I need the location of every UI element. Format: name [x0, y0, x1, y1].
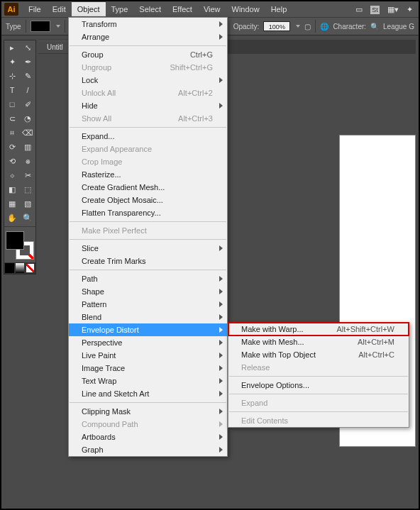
menu-item-label: Edit Contents: [241, 416, 288, 425]
menu-item-perspective[interactable]: Perspective: [69, 336, 227, 349]
tool-25[interactable]: 🔍: [20, 211, 35, 225]
menu-item-blend[interactable]: Blend: [69, 311, 227, 323]
menu-item-rasterize[interactable]: Rasterize...: [69, 168, 227, 181]
menu-item-pattern[interactable]: Pattern: [69, 298, 227, 311]
object-menu: TransformArrangeGroupCtrl+GUngroupShift+…: [68, 17, 228, 457]
tool-10[interactable]: ⊂: [4, 111, 20, 126]
menu-item-text-wrap[interactable]: Text Wrap: [69, 375, 227, 387]
menu-file[interactable]: File: [23, 2, 47, 16]
menu-item-create-trim-marks[interactable]: Create Trim Marks: [69, 255, 227, 267]
menu-item-make-with-mesh[interactable]: Make with Mesh...Alt+Ctrl+M: [228, 336, 409, 348]
tool-7[interactable]: /: [20, 83, 35, 97]
tool-11[interactable]: ◔: [20, 111, 35, 126]
type-label: Type: [6, 23, 21, 31]
menu-help[interactable]: Help: [265, 2, 293, 16]
tool-1[interactable]: ⤡: [20, 40, 35, 55]
menu-shortcut: Alt+Ctrl+C: [344, 350, 394, 359]
menu-item-clipping-mask[interactable]: Clipping Mask: [69, 405, 227, 418]
globe-icon[interactable]: 🌐: [320, 23, 328, 31]
chevron-right-icon: [219, 314, 223, 320]
tool-8[interactable]: □: [4, 97, 20, 111]
chevron-down-icon[interactable]: [56, 25, 60, 28]
menu-item-create-gradient-mesh[interactable]: Create Gradient Mesh...: [69, 181, 227, 194]
menu-item-image-trace[interactable]: Image Trace: [69, 362, 227, 375]
menu-item-slice[interactable]: Slice: [69, 242, 227, 255]
search-bar-icon[interactable]: ▭: [355, 5, 363, 14]
menu-item-live-paint[interactable]: Live Paint: [69, 349, 227, 362]
font-name[interactable]: League G: [383, 23, 414, 31]
chevron-right-icon: [219, 301, 223, 307]
menu-item-ungroup: UngroupShift+Ctrl+G: [69, 61, 227, 74]
menu-item-group[interactable]: GroupCtrl+G: [69, 48, 227, 61]
tool-4[interactable]: ⊹: [4, 69, 20, 83]
menu-item-crop-image: Crop Image: [69, 155, 227, 168]
tool-21[interactable]: ⬚: [20, 182, 35, 196]
document-tab[interactable]: Untitl: [38, 40, 72, 53]
menu-item-expand-appearance: Expand Appearance: [69, 143, 227, 155]
menu-edit[interactable]: Edit: [47, 2, 72, 16]
tool-0[interactable]: ▸: [4, 40, 20, 55]
menu-item-make-with-warp[interactable]: Make with Warp...Alt+Shift+Ctrl+W: [228, 323, 409, 336]
menu-item-arrange[interactable]: Arrange: [69, 31, 227, 43]
menu-item-line-and-sketch-art[interactable]: Line and Sketch Art: [69, 387, 227, 400]
tool-2[interactable]: ✦: [4, 55, 20, 69]
fill-stroke-control[interactable]: [6, 231, 34, 260]
menu-window[interactable]: Window: [226, 2, 265, 16]
menu-select[interactable]: Select: [133, 2, 167, 16]
menu-item-label: Expand Appearance: [82, 145, 152, 153]
color-mode-row[interactable]: [4, 262, 35, 274]
menu-item-path[interactable]: Path: [69, 272, 227, 285]
menu-item-graph[interactable]: Graph: [69, 443, 227, 456]
tool-16[interactable]: ⟲: [4, 154, 20, 168]
tool-15[interactable]: ▥: [20, 140, 35, 154]
tool-14[interactable]: ⟳: [4, 140, 20, 154]
tool-24[interactable]: ✋: [4, 211, 20, 225]
menu-item-lock[interactable]: Lock: [69, 74, 227, 87]
menu-type[interactable]: Type: [106, 2, 134, 16]
chevron-down-icon[interactable]: [296, 25, 300, 28]
tool-17[interactable]: ⎈: [20, 154, 35, 168]
menu-item-hide[interactable]: Hide: [69, 99, 227, 112]
menu-object[interactable]: Object: [72, 2, 106, 16]
menu-item-transform[interactable]: Transform: [69, 18, 227, 31]
chevron-right-icon: [219, 378, 223, 384]
menubar: Ai FileEditObjectTypeSelectEffectViewWin…: [1, 1, 419, 17]
menu-item-expand[interactable]: Expand...: [69, 130, 227, 143]
tool-19[interactable]: ✂: [20, 168, 35, 182]
search-icon[interactable]: 🔍: [370, 23, 379, 31]
tool-20[interactable]: ◧: [4, 182, 20, 196]
menu-effect[interactable]: Effect: [167, 2, 198, 16]
menu-item-label: Path: [82, 275, 98, 283]
menu-view[interactable]: View: [198, 2, 226, 16]
menu-item-envelope-options[interactable]: Envelope Options...: [228, 379, 409, 392]
arrange-docs-icon[interactable]: ▦▾: [387, 5, 399, 14]
menu-separator: [229, 411, 408, 412]
menu-item-envelope-distort[interactable]: Envelope Distort: [69, 323, 227, 336]
tool-5[interactable]: ✎: [20, 69, 35, 83]
menu-item-flatten-transparency[interactable]: Flatten Transparency...: [69, 206, 227, 219]
style-icon[interactable]: ▢: [304, 23, 311, 31]
fill-swatch[interactable]: [31, 21, 50, 32]
menu-item-label: Group: [82, 50, 104, 59]
tool-3[interactable]: ✒: [20, 55, 35, 69]
opacity-input[interactable]: 100%: [263, 21, 290, 31]
menu-item-label: Compound Path: [82, 420, 138, 428]
gpu-icon[interactable]: ✦: [407, 5, 413, 14]
tool-18[interactable]: ⟐: [4, 168, 20, 182]
menu-item-shape[interactable]: Shape: [69, 285, 227, 298]
tool-6[interactable]: T: [4, 83, 20, 97]
chevron-right-icon: [219, 409, 223, 414]
menu-item-label: Create Gradient Mesh...: [82, 183, 165, 192]
menu-item-create-object-mosaic[interactable]: Create Object Mosaic...: [69, 194, 227, 206]
tool-12[interactable]: ⌗: [4, 126, 20, 140]
tool-9[interactable]: ✐: [20, 97, 35, 111]
menu-separator: [70, 45, 226, 46]
tool-22[interactable]: ▦: [4, 196, 20, 211]
tool-23[interactable]: ▧: [20, 196, 35, 211]
menu-item-make-with-top-object[interactable]: Make with Top ObjectAlt+Ctrl+C: [228, 348, 409, 361]
menu-shortcut: Alt+Ctrl+2: [164, 89, 213, 97]
tool-13[interactable]: ⌫: [20, 126, 35, 140]
menu-item-artboards[interactable]: Artboards: [69, 431, 227, 443]
stock-icon[interactable]: St: [370, 6, 380, 14]
menu-item-label: Envelope Options...: [241, 381, 309, 389]
